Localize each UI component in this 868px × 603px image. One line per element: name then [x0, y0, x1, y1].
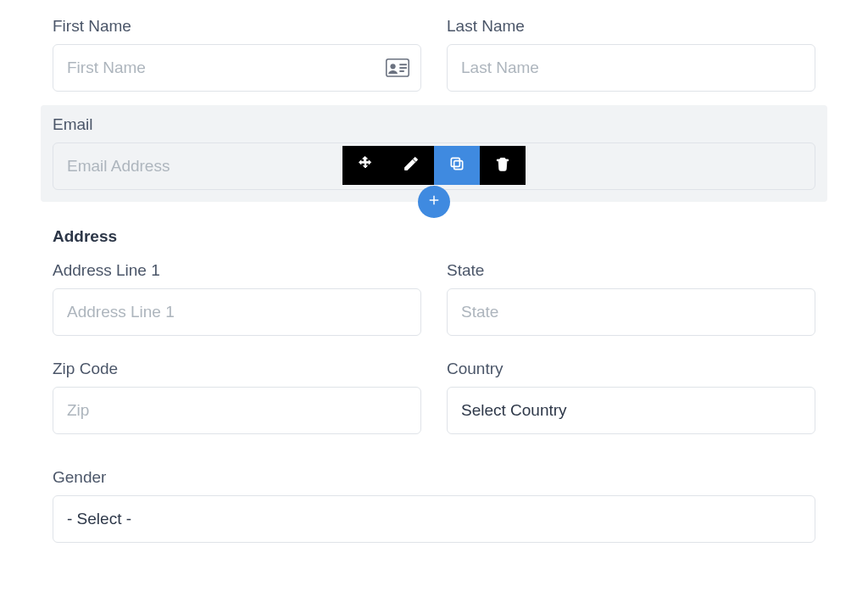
zip-group: Zip Code — [53, 360, 421, 434]
move-icon — [357, 155, 374, 176]
move-button[interactable] — [342, 146, 388, 185]
add-field-button[interactable] — [418, 186, 450, 218]
first-name-input[interactable] — [53, 44, 421, 92]
trash-icon — [494, 155, 511, 176]
plus-icon — [426, 193, 442, 212]
delete-button[interactable] — [480, 146, 526, 185]
country-select[interactable]: Select Country — [447, 387, 815, 434]
svg-rect-2 — [399, 64, 407, 65]
last-name-input[interactable] — [447, 44, 815, 92]
copy-button[interactable] — [434, 146, 480, 185]
id-card-icon — [386, 59, 409, 77]
zip-label: Zip Code — [53, 360, 421, 378]
address1-group: Address Line 1 — [53, 261, 421, 336]
country-group: Country Select Country — [447, 360, 815, 434]
svg-rect-5 — [454, 160, 463, 169]
svg-point-1 — [390, 64, 395, 69]
field-toolbar — [342, 146, 526, 185]
first-name-group: First Name — [53, 17, 421, 92]
state-input[interactable] — [447, 288, 815, 336]
gender-selected-text: - Select - — [67, 510, 131, 528]
address-section-title: Address — [53, 227, 815, 246]
svg-rect-4 — [399, 70, 403, 72]
copy-icon — [448, 155, 465, 176]
last-name-label: Last Name — [447, 17, 815, 36]
first-name-label: First Name — [53, 17, 421, 36]
country-label: Country — [447, 360, 815, 378]
country-selected-text: Select Country — [461, 401, 567, 420]
row-name: First Name Last Name — [53, 17, 815, 92]
state-group: State — [447, 261, 815, 336]
pencil-icon — [403, 155, 420, 176]
zip-input[interactable] — [53, 387, 421, 434]
state-label: State — [447, 261, 815, 280]
row-address-2: Zip Code Country Select Country — [53, 360, 815, 434]
email-label: Email — [53, 115, 815, 134]
last-name-group: Last Name — [447, 17, 815, 92]
gender-label: Gender — [53, 468, 815, 487]
selected-field-block[interactable]: Email — [41, 105, 827, 202]
form-builder-page: First Name Last Name — [0, 0, 868, 603]
svg-rect-3 — [399, 67, 407, 69]
edit-button[interactable] — [388, 146, 434, 185]
first-name-wrap — [53, 44, 421, 92]
address1-label: Address Line 1 — [53, 261, 421, 280]
row-address-1: Address Line 1 State — [53, 261, 815, 336]
address1-input[interactable] — [53, 288, 421, 336]
gender-select[interactable]: - Select - — [53, 495, 815, 543]
gender-group: Gender - Select - — [53, 468, 815, 543]
svg-rect-6 — [451, 158, 459, 166]
